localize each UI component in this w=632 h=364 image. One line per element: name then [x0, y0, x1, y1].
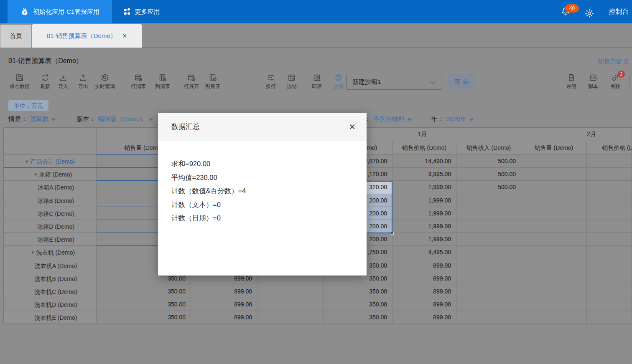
table-cell[interactable] — [587, 207, 632, 220]
settings-button[interactable] — [584, 8, 594, 18]
column-header[interactable]: 销售价格 (Demo) — [587, 141, 632, 155]
apply-button[interactable]: 落 实 — [448, 74, 475, 89]
relation-button[interactable]: 关联 2 — [602, 73, 629, 91]
table-cell[interactable]: 899.00 — [392, 311, 456, 324]
table-row-header[interactable]: 洗衣机C (Demo) — [4, 285, 97, 298]
table-cell[interactable] — [456, 246, 521, 259]
console-link[interactable]: 控制台 — [609, 8, 629, 16]
table-cell[interactable]: 1,999.00 — [392, 220, 456, 233]
table-cell[interactable] — [521, 285, 587, 298]
table-cell[interactable] — [587, 155, 632, 168]
table-row-header[interactable]: 冰箱C (Demo) — [4, 207, 97, 220]
filter-version[interactable]: 版本：编制版（Demo） — [76, 115, 153, 123]
table-row-header[interactable]: ▼洗衣机 (Demo) — [4, 246, 97, 259]
column-header[interactable]: 销售价格 (Demo) — [392, 141, 456, 155]
table-cell[interactable]: 500.00 — [456, 168, 521, 181]
table-row-header[interactable]: 洗衣机E (Demo) — [4, 311, 97, 324]
table-cell[interactable] — [456, 259, 521, 272]
table-cell[interactable]: 350.00 — [97, 311, 191, 324]
table-cell[interactable]: 350.00 — [97, 285, 191, 298]
table-cell[interactable] — [521, 272, 587, 285]
table-cell[interactable]: 350.00 — [324, 285, 392, 298]
sandbox-select[interactable]: 新建沙箱1 — [346, 74, 442, 90]
freeze-button[interactable]: 冻结 — [278, 73, 305, 91]
save-button[interactable]: 保存数据 — [6, 73, 33, 91]
table-cell[interactable] — [456, 272, 521, 285]
switch-view-link[interactable]: 切换到定义 — [598, 58, 629, 66]
table-cell[interactable] — [456, 207, 521, 220]
table-cell[interactable] — [456, 194, 521, 207]
filter-material[interactable]: ：不区分物料 — [364, 115, 412, 123]
table-cell[interactable] — [587, 194, 632, 207]
table-cell[interactable] — [521, 168, 587, 181]
table-cell[interactable] — [587, 168, 632, 181]
table-row-header[interactable]: ▼冰箱 (Demo) — [4, 168, 97, 181]
table-cell[interactable]: 9,995.00 — [392, 168, 456, 181]
tab-home[interactable]: 首页 — [0, 24, 32, 48]
table-cell[interactable] — [587, 233, 632, 246]
table-cell[interactable] — [521, 259, 587, 272]
table-cell[interactable] — [521, 233, 587, 246]
table-row-header[interactable]: 冰箱D (Demo) — [4, 220, 97, 233]
table-cell[interactable] — [521, 311, 587, 324]
table-cell[interactable]: 899.00 — [191, 298, 257, 311]
table-cell[interactable] — [521, 155, 587, 168]
table-cell[interactable] — [521, 194, 587, 207]
table-cell[interactable] — [587, 259, 632, 272]
filter-scenario[interactable]: 情景：预算数 — [8, 115, 56, 123]
table-row-header[interactable]: 冰箱E (Demo) — [4, 233, 97, 246]
table-cell[interactable] — [257, 298, 324, 311]
tab-close-icon[interactable]: ✕ — [122, 33, 127, 39]
table-cell[interactable] — [587, 311, 632, 324]
table-cell[interactable]: 899.00 — [392, 272, 456, 285]
table-cell[interactable] — [587, 298, 632, 311]
table-cell[interactable] — [587, 272, 632, 285]
table-cell[interactable]: 899.00 — [191, 311, 257, 324]
table-cell[interactable] — [521, 298, 587, 311]
month-group-header[interactable]: 2月 — [521, 128, 632, 141]
table-row-header[interactable]: 洗衣机A (Demo) — [4, 259, 97, 272]
table-cell[interactable]: 350.00 — [324, 311, 392, 324]
table-cell[interactable]: 1,999.00 — [392, 194, 456, 207]
table-cell[interactable] — [587, 285, 632, 298]
table-row-header[interactable]: ▼产品合计 (Demo) — [4, 155, 97, 168]
table-cell[interactable]: 4,495.00 — [392, 246, 456, 259]
table-cell[interactable] — [587, 246, 632, 259]
table-cell[interactable]: 899.00 — [392, 285, 456, 298]
table-cell[interactable]: 500.00 — [456, 155, 521, 168]
app-tab-current[interactable]: ¥ 初始化应用-C1管报应用 — [8, 0, 112, 23]
expand-caret-icon[interactable]: ▼ — [25, 159, 29, 164]
table-cell[interactable] — [257, 311, 324, 324]
expand-caret-icon[interactable]: ▼ — [34, 172, 38, 177]
table-row-header[interactable]: 洗衣机B (Demo) — [4, 272, 97, 285]
col-expand-button[interactable]: 列展开 — [199, 73, 226, 91]
table-cell[interactable] — [456, 285, 521, 298]
table-cell[interactable] — [456, 220, 521, 233]
table-cell[interactable] — [587, 220, 632, 233]
table-cell[interactable] — [521, 181, 587, 194]
tab-report[interactable]: 01-销售预算表（Demo） ✕ — [32, 24, 142, 48]
table-cell[interactable]: 1,999.00 — [392, 207, 456, 220]
table-cell[interactable] — [456, 311, 521, 324]
table-cell[interactable] — [521, 207, 587, 220]
table-cell[interactable] — [456, 298, 521, 311]
filter-year[interactable]: 年：2020年 — [431, 115, 474, 123]
dialog-close-icon[interactable]: ✕ — [349, 122, 356, 132]
table-row-header[interactable]: 冰箱A (Demo) — [4, 181, 97, 194]
col-clear-zero-button[interactable]: 列消零 — [149, 73, 176, 91]
table-cell[interactable]: 1,999.00 — [392, 233, 456, 246]
table-cell[interactable] — [257, 285, 324, 298]
table-cell[interactable] — [521, 220, 587, 233]
column-header[interactable]: 销售量 (Demo) — [521, 141, 587, 155]
table-cell[interactable]: 899.00 — [392, 298, 456, 311]
table-row-header[interactable]: 洗衣机D (Demo) — [4, 298, 97, 311]
table-cell[interactable]: 350.00 — [324, 298, 392, 311]
table-cell[interactable]: 1,999.00 — [392, 181, 456, 194]
table-cell[interactable]: 899.00 — [392, 259, 456, 272]
table-cell[interactable]: 899.00 — [191, 285, 257, 298]
table-row-header[interactable]: 冰箱B (Demo) — [4, 194, 97, 207]
column-header[interactable]: 销售收入 (Demo) — [456, 141, 521, 155]
table-cell[interactable]: 350.00 — [97, 298, 191, 311]
realtime-query-button[interactable]: 实时查询 — [90, 73, 120, 91]
table-cell[interactable] — [521, 246, 587, 259]
